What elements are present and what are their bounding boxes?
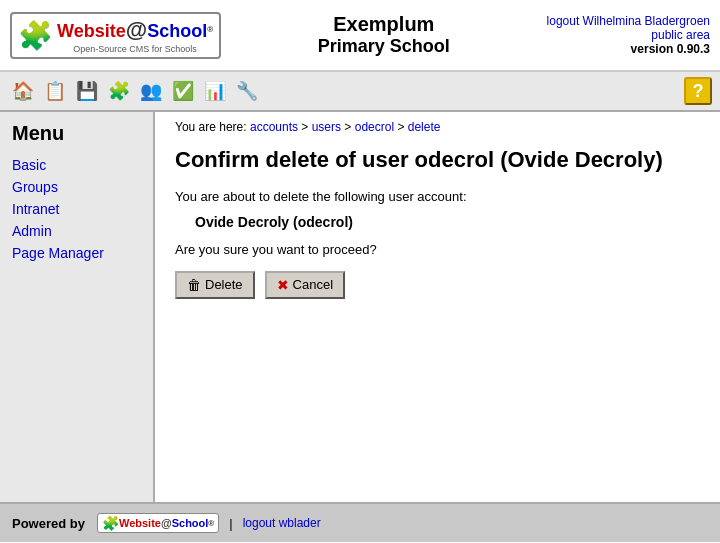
site-title: Exemplum Primary School [221,13,547,57]
footer-logout-link[interactable]: logout wblader [243,516,321,530]
logo-at: @ [126,17,147,42]
logo-box: 🧩 Website@School® Open-Source CMS for Sc… [10,12,221,59]
header: 🧩 Website@School® Open-Source CMS for Sc… [0,0,720,72]
help-icon[interactable]: ? [684,77,712,105]
user-info: logout Wilhelmina Bladergroen public are… [547,14,710,56]
breadcrumb-odecrol[interactable]: odecrol [355,120,394,134]
footer-logo: 🧩 Website@School® [97,513,219,533]
footer-logo-school: School [172,517,209,529]
cancel-button[interactable]: ✖ Cancel [265,271,345,299]
powered-by-text: Powered by [12,516,85,531]
save-icon[interactable]: 💾 [72,77,102,105]
sidebar-groups[interactable]: Groups [12,179,141,195]
cancel-icon: ✖ [277,277,289,293]
check-icon[interactable]: ✅ [168,77,198,105]
tools-icon[interactable]: 🔧 [232,77,262,105]
delete-button[interactable]: 🗑 Delete [175,271,255,299]
footer-logo-reg: ® [208,519,214,528]
delete-button-label: Delete [205,277,243,292]
user-area: public area [547,28,710,42]
toolbar-icons: 🏠 📋 💾 🧩 👥 ✅ 📊 🔧 [8,77,262,105]
breadcrumb: You are here: accounts > users > odecrol… [175,120,700,134]
breadcrumb-prefix: You are here: [175,120,250,134]
footer: Powered by 🧩 Website@School® | logout wb… [0,502,720,542]
home-icon[interactable]: 🏠 [8,77,38,105]
logo-school: School [147,21,207,41]
footer-sep: | [229,516,232,531]
breadcrumb-users[interactable]: users [312,120,341,134]
button-row: 🗑 Delete ✖ Cancel [175,271,700,299]
proceed-text: Are you sure you want to proceed? [175,242,700,257]
logo-area: 🧩 Website@School® Open-Source CMS for Sc… [10,12,221,59]
chart-icon[interactable]: 📊 [200,77,230,105]
logo-reg: ® [207,24,213,33]
page-title: Confirm delete of user odecrol (Ovide De… [175,146,700,175]
toolbar: 🏠 📋 💾 🧩 👥 ✅ 📊 🔧 ? [0,72,720,112]
users-icon[interactable]: 👥 [136,77,166,105]
sidebar-intranet[interactable]: Intranet [12,201,141,217]
footer-logo-website: Website [119,517,161,529]
sidebar-heading: Menu [12,122,141,145]
site-name: Exemplum [221,13,547,36]
version-text: version 0.90.3 [547,42,710,56]
sidebar-pagemanager[interactable]: Page Manager [12,245,141,261]
sidebar-admin[interactable]: Admin [12,223,141,239]
puzzle-icon[interactable]: 🧩 [104,77,134,105]
sidebar: Menu Basic Groups Intranet Admin Page Ma… [0,112,155,502]
logo-puzzle-icon: 🧩 [18,19,53,52]
cancel-button-label: Cancel [293,277,333,292]
logout-link-header[interactable]: logout Wilhelmina Bladergroen [547,14,710,28]
breadcrumb-delete: delete [408,120,441,134]
main-layout: Menu Basic Groups Intranet Admin Page Ma… [0,112,720,502]
logo-website: Website [57,21,126,41]
footer-logo-at: @ [161,517,172,529]
trash-icon: 🗑 [187,277,201,293]
logo-subtitle: Open-Source CMS for Schools [57,44,213,54]
footer-puzzle-icon: 🧩 [102,515,119,531]
list-icon[interactable]: 📋 [40,77,70,105]
sidebar-basic[interactable]: Basic [12,157,141,173]
site-subtitle: Primary School [221,36,547,57]
user-highlight: Ovide Decroly (odecrol) [195,214,700,230]
breadcrumb-accounts[interactable]: accounts [250,120,298,134]
content-area: You are here: accounts > users > odecrol… [155,112,720,502]
confirm-text: You are about to delete the following us… [175,189,700,204]
